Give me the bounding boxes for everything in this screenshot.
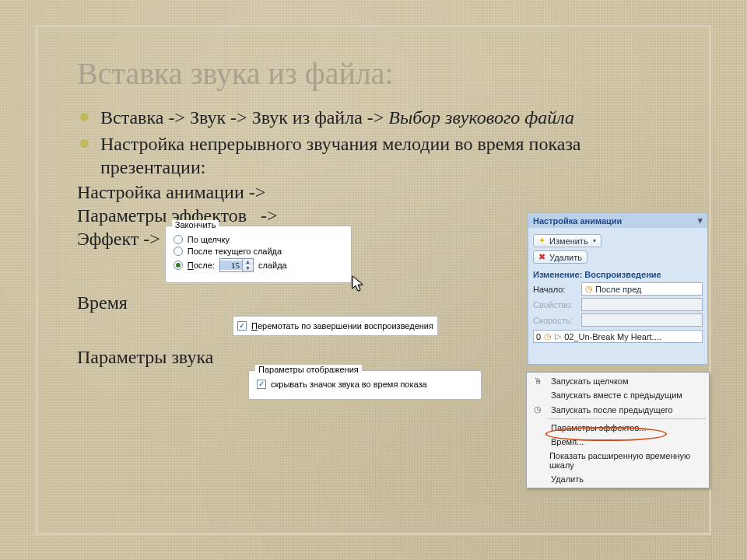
radio-on-click[interactable]: По щелчку <box>174 235 343 244</box>
spinner-down[interactable]: ▼ <box>242 265 253 271</box>
display-legend: Параметры отображения <box>255 365 362 374</box>
menu-timing[interactable]: Время... <box>528 435 708 449</box>
bullet-2: Настройка непрерывного звучания мелодии … <box>77 132 678 179</box>
pane-title-dropdown-icon[interactable]: ▾ <box>698 215 703 226</box>
radio-after-current[interactable]: После текущего слайда <box>174 247 343 256</box>
speed-label: Скорость: <box>533 316 577 325</box>
step-effect: Эффект -> <box>77 229 160 250</box>
slide-title: Вставка звука из файла: <box>77 55 678 92</box>
rewind-checkbox[interactable]: ✓Перемотать по завершении воспроизведени… <box>237 321 433 331</box>
menu-start-on-click-label: Запускать щелчком <box>551 376 629 386</box>
effect-list-item[interactable]: 0 ◷ ▷ 02_Un-Break My Heart.... <box>533 330 703 343</box>
start-combo[interactable]: ◷После пред <box>581 282 703 296</box>
pane-subheader: Изменение: Воспроизведение <box>533 270 703 279</box>
radio-after-label-rest: осле: <box>194 261 215 270</box>
change-button[interactable]: ✦ Изменить ▾ <box>533 234 601 247</box>
menu-delete[interactable]: Удалить <box>528 472 708 486</box>
bullet-1-plain: Вставка -> Звук -> Звук из файла -> <box>100 107 388 128</box>
hide-icon-checkbox[interactable]: ✓скрывать значок звука во время показа <box>257 380 473 389</box>
step-params-text: Параметры эффектов <box>77 205 247 226</box>
effect-index: 0 <box>536 332 541 341</box>
property-combo <box>581 298 703 311</box>
pane-title-bar: Настройка анимации ▾ <box>528 213 707 228</box>
radio-after-n[interactable]: После: ▲▼ слайда <box>174 258 343 272</box>
clock-icon: ◷ <box>544 331 552 341</box>
menu-show-timeline-label: Показать расширенную временную шкалу <box>549 451 702 470</box>
step-params-arrow: -> <box>261 205 278 226</box>
menu-effect-options-label: Параметры эффектов... <box>551 423 647 432</box>
after-value-input[interactable] <box>220 261 242 270</box>
speed-combo <box>581 313 703 327</box>
bullet-list: Вставка -> Звук -> Звук из файла -> Выбо… <box>77 106 678 179</box>
mouse-icon: 🖱 <box>529 376 546 386</box>
bullet-1-ital: Выбор звукового файла <box>388 107 574 128</box>
step-time: Время <box>77 292 128 313</box>
menu-start-on-click[interactable]: 🖱Запускать щелчком <box>528 374 708 388</box>
display-group: Параметры отображения ✓скрывать значок з… <box>248 370 482 400</box>
menu-start-with-prev-label: Запускать вместе с предыдущим <box>551 390 682 400</box>
clock-icon: ◷ <box>585 284 593 294</box>
bullet-1: Вставка -> Звук -> Звук из файла -> Выбо… <box>77 106 678 129</box>
menu-timing-label: Время... <box>551 437 584 446</box>
context-menu: 🖱Запускать щелчком Запускать вместе с пр… <box>526 372 710 488</box>
menu-start-after-prev-label: Запускать после предыдущего <box>551 405 673 415</box>
change-button-label: Изменить <box>549 236 588 246</box>
radio-on-click-label: По щелчку <box>188 235 230 244</box>
after-unit: слайда <box>258 261 287 270</box>
step-anim: Настройка анимации -> <box>77 182 678 203</box>
menu-delete-label: Удалить <box>551 474 584 484</box>
finish-group: Закончить По щелчку После текущего слайд… <box>165 226 352 283</box>
delete-button-label: Удалить <box>549 253 582 262</box>
spinner-up[interactable]: ▲ <box>242 259 253 265</box>
menu-separator <box>548 418 707 419</box>
play-icon: ▷ <box>555 331 561 341</box>
pane-title-text: Настройка анимации <box>533 216 622 226</box>
chevron-down-icon: ▾ <box>593 237 596 244</box>
clock-icon: ◷ <box>529 404 546 415</box>
effect-item-label: 02_Un-Break My Heart.... <box>564 332 661 341</box>
start-combo-value: После пред <box>595 285 642 294</box>
delete-button[interactable]: ✖ Удалить <box>533 250 587 264</box>
menu-start-after-prev[interactable]: ◷Запускать после предыдущего <box>528 402 708 417</box>
finish-legend: Закончить <box>172 220 219 229</box>
hide-icon-label: скрывать значок звука во время показа <box>271 380 427 389</box>
property-label: Свойство: <box>533 300 577 310</box>
cursor-icon <box>352 275 364 294</box>
radio-after-current-label: После текущего слайда <box>188 247 282 256</box>
start-label: Начало: <box>533 285 577 294</box>
menu-effect-options[interactable]: Параметры эффектов... <box>528 421 708 435</box>
delete-x-icon: ✖ <box>537 252 546 262</box>
after-spinner[interactable]: ▲▼ <box>219 258 254 272</box>
rewind-box: ✓Перемотать по завершении воспроизведени… <box>233 316 438 336</box>
animation-settings-pane: Настройка анимации ▾ ✦ Изменить ▾ ✖ Удал… <box>528 212 708 365</box>
menu-show-timeline[interactable]: Показать расширенную временную шкалу <box>528 449 708 472</box>
star-icon: ✦ <box>537 236 546 246</box>
menu-start-with-prev[interactable]: Запускать вместе с предыдущим <box>528 388 708 402</box>
